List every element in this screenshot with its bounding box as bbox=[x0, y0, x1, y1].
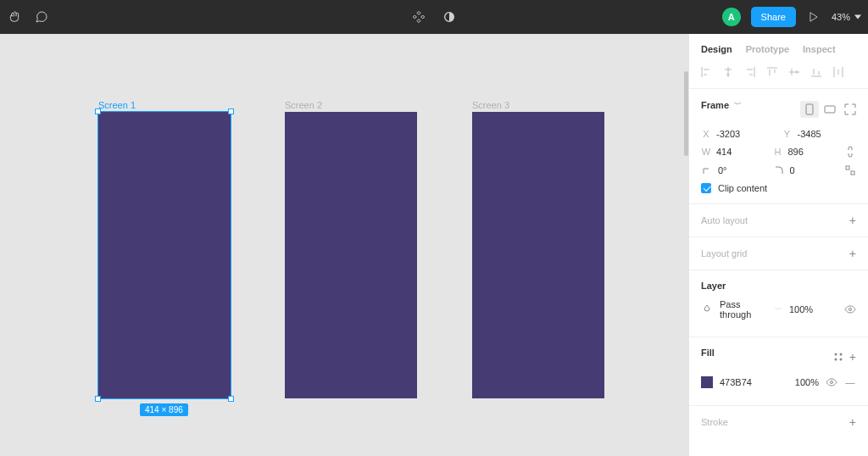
distribute-icon[interactable] bbox=[830, 64, 847, 80]
frame-label[interactable]: Screen 1 bbox=[98, 100, 136, 110]
add-stroke[interactable]: + bbox=[849, 416, 856, 428]
tab-inspect[interactable]: Inspect bbox=[803, 44, 836, 54]
corner-radius-icon bbox=[773, 164, 785, 176]
clip-content-label: Clip content bbox=[718, 183, 767, 193]
fill-section: Fill + 473B74 100% — bbox=[689, 337, 868, 406]
blend-mode-select[interactable]: Pass through bbox=[720, 299, 768, 320]
main-area: Screen 1 414 × 896 Screen 2 Screen 3 Des… bbox=[0, 34, 868, 456]
layer-title: Layer bbox=[701, 281, 856, 291]
auto-layout-section: Auto layout + bbox=[689, 204, 868, 237]
add-fill[interactable]: + bbox=[849, 351, 856, 363]
svg-rect-0 bbox=[806, 104, 813, 114]
avatar[interactable]: A bbox=[722, 8, 741, 26]
rotation-icon bbox=[701, 164, 713, 176]
zoom-select[interactable]: 43% bbox=[832, 12, 861, 22]
add-auto-layout[interactable]: + bbox=[849, 214, 856, 226]
field-x[interactable]: -3203 bbox=[716, 129, 776, 139]
canvas-scrollbar[interactable] bbox=[684, 71, 688, 156]
orientation-toggle bbox=[800, 101, 839, 118]
field-corner[interactable]: 0 bbox=[790, 165, 838, 175]
fill-opacity[interactable]: 100% bbox=[795, 377, 819, 387]
components-icon[interactable] bbox=[411, 9, 426, 25]
stroke-section: Stroke + bbox=[689, 406, 868, 438]
align-vcenter-icon[interactable] bbox=[786, 64, 803, 80]
resize-handle-nw[interactable] bbox=[95, 108, 101, 114]
canvas[interactable]: Screen 1 414 × 896 Screen 2 Screen 3 bbox=[0, 34, 688, 456]
fill-title: Fill bbox=[701, 348, 715, 358]
top-toolbar: A Share 43% bbox=[0, 0, 868, 34]
fill-hex[interactable]: 473B74 bbox=[720, 377, 788, 387]
svg-rect-2 bbox=[846, 166, 849, 170]
align-row bbox=[689, 61, 868, 89]
layer-section: Layer Pass through ﹀ 100% bbox=[689, 270, 868, 337]
align-hcenter-icon[interactable] bbox=[720, 64, 737, 80]
svg-point-6 bbox=[839, 353, 842, 356]
align-right-icon[interactable] bbox=[742, 64, 759, 80]
chevron-down-icon: ﹀ bbox=[734, 99, 742, 110]
svg-point-5 bbox=[834, 353, 837, 356]
stroke-title: Stroke bbox=[701, 417, 728, 427]
frame-section-title[interactable]: Frame ﹀ bbox=[701, 99, 742, 110]
tab-design[interactable]: Design bbox=[701, 44, 732, 54]
field-rotation[interactable]: 0° bbox=[718, 165, 766, 175]
comment-tool[interactable] bbox=[34, 9, 49, 25]
visibility-icon[interactable] bbox=[844, 303, 856, 315]
chevron-down-icon: ﹀ bbox=[775, 304, 782, 315]
frame-title-text: Frame bbox=[701, 100, 729, 110]
constrain-proportions-icon[interactable] bbox=[844, 146, 856, 158]
align-top-icon[interactable] bbox=[764, 64, 781, 80]
resize-handle-sw[interactable] bbox=[95, 396, 101, 402]
frame-screen-2[interactable] bbox=[285, 112, 417, 398]
clip-content-checkbox[interactable] bbox=[701, 183, 711, 193]
frame-section: Frame ﹀ X-3203 Y-3485 W414 H896 bbox=[689, 89, 868, 204]
svg-point-7 bbox=[834, 359, 837, 361]
svg-point-8 bbox=[839, 359, 842, 361]
layout-grid-title: Layout grid bbox=[701, 248, 747, 259]
frame-screen-1[interactable] bbox=[98, 112, 231, 398]
label-x: X bbox=[701, 129, 711, 139]
present-button[interactable] bbox=[806, 9, 821, 25]
layout-grid-section: Layout grid + bbox=[689, 237, 868, 270]
panel-tabs: Design Prototype Inspect bbox=[689, 34, 868, 61]
selection-dimensions: 414 × 896 bbox=[140, 403, 188, 416]
fill-swatch[interactable] bbox=[701, 376, 713, 388]
label-h: H bbox=[773, 147, 783, 157]
hand-tool[interactable] bbox=[7, 9, 22, 25]
zoom-value: 43% bbox=[832, 12, 850, 22]
field-w[interactable]: 414 bbox=[716, 147, 766, 157]
frame-screen-3[interactable] bbox=[472, 112, 604, 398]
tab-prototype[interactable]: Prototype bbox=[746, 44, 789, 54]
add-layout-grid[interactable]: + bbox=[849, 247, 856, 259]
orientation-portrait[interactable] bbox=[800, 101, 819, 118]
svg-rect-1 bbox=[825, 106, 835, 113]
field-h[interactable]: 896 bbox=[788, 147, 838, 157]
remove-fill-icon[interactable]: — bbox=[844, 376, 856, 388]
field-y[interactable]: -3485 bbox=[798, 129, 857, 139]
design-panel: Design Prototype Inspect Frame ﹀ bbox=[688, 34, 868, 456]
align-bottom-icon[interactable] bbox=[808, 64, 825, 80]
align-left-icon[interactable] bbox=[698, 64, 715, 80]
resize-handle-se[interactable] bbox=[228, 396, 234, 402]
layer-opacity[interactable]: 100% bbox=[789, 304, 837, 314]
visibility-icon[interactable] bbox=[826, 376, 837, 388]
resize-to-fit-icon[interactable] bbox=[844, 103, 856, 115]
fill-styles-icon[interactable] bbox=[832, 351, 844, 363]
independent-corners-icon[interactable] bbox=[844, 164, 856, 176]
frame-label[interactable]: Screen 2 bbox=[285, 100, 322, 110]
mask-icon[interactable] bbox=[442, 9, 457, 25]
label-y: Y bbox=[782, 129, 793, 139]
svg-point-4 bbox=[849, 309, 852, 311]
svg-rect-3 bbox=[851, 171, 854, 175]
auto-layout-title: Auto layout bbox=[701, 215, 748, 225]
frame-label[interactable]: Screen 3 bbox=[472, 100, 509, 110]
svg-point-9 bbox=[831, 381, 833, 384]
orientation-landscape[interactable] bbox=[821, 101, 839, 118]
share-button[interactable]: Share bbox=[751, 7, 796, 27]
blend-mode-icon bbox=[701, 303, 713, 315]
label-w: W bbox=[701, 147, 711, 157]
resize-handle-ne[interactable] bbox=[228, 108, 234, 114]
